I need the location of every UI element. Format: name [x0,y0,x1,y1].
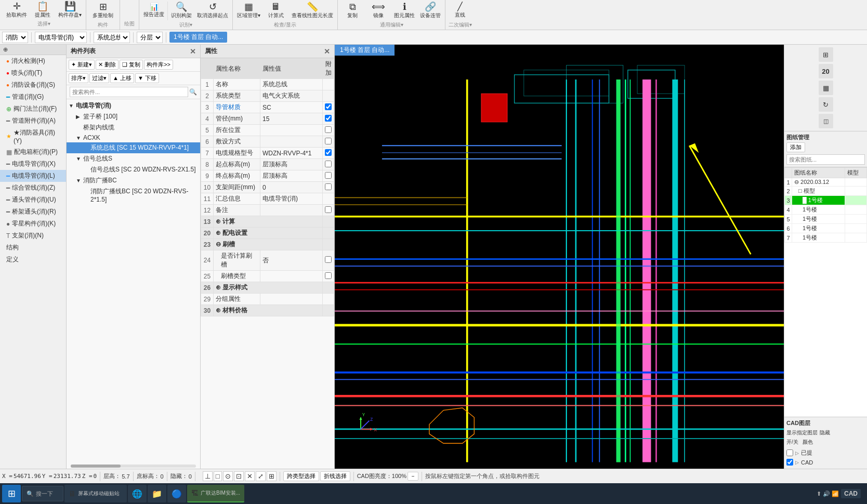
component-panel-close[interactable]: ✕ [190,47,196,56]
snap-icon-4[interactable]: ⊡ [234,471,244,481]
drawing-options-icon[interactable]: ▦ [819,81,833,95]
sidebar-item-cable-conduit-l[interactable]: ━ 电缆导管(消)(L) [0,170,66,182]
tree-node-bridge-wiring[interactable]: 桥架内线缆 [67,122,200,133]
main-viewport[interactable]: 1号楼 首层 自动... [335,45,784,469]
pick-component-button[interactable]: ✛ 拾取构件 [4,1,29,20]
copy-component-button[interactable]: ❑ 复制 [120,60,143,70]
drawing-row-1[interactable]: 1 ⊖ 2020.03.12 [785,178,867,187]
common-edit-section-label[interactable]: 通用编辑▾ [380,22,403,28]
check-6[interactable] [325,138,332,144]
layer-check-cad[interactable] [786,459,793,466]
sidebar-item-support[interactable]: T 支架(消)(N) [0,230,66,242]
tree-node-signal-bus-group[interactable]: ▼ 信号总线S [67,153,200,164]
snap-icon-3[interactable]: ⊙ [223,471,233,481]
tree-node-cable-conduit[interactable]: ▼ 电缆导管(消) [67,100,200,111]
system-select[interactable]: 电缆导管(消) [35,32,87,43]
taskbar-item-app[interactable]: 🔵 [167,485,186,502]
tree-expand-basket[interactable]: ▶ [76,114,83,120]
sidebar-item-head[interactable]: ● 喷头(消)(T) [0,67,66,79]
type-select[interactable]: 系统总线 [94,32,130,43]
cancel-select-button[interactable]: ↺ 取消选择起点 [195,1,230,20]
check-9[interactable] [325,172,332,179]
check-8[interactable] [325,161,332,167]
sidebar-item-comprehensive[interactable]: ━ 综合管线(消)(Z) [0,182,66,194]
check-7[interactable] [325,149,332,156]
snap-icon-7[interactable]: ⊞ [267,471,277,481]
drawing-row-2[interactable]: 2 □ 模型 [785,187,867,196]
drawing-row-3[interactable]: 3 █ 1号楼 [785,196,867,205]
add-drawing-button[interactable]: 添加 [786,142,805,152]
select-section-label[interactable]: 选择▾ [37,21,50,26]
element-property-button[interactable]: ℹ 图元属性 [392,1,417,20]
sidebar-item-fire-equip[interactable]: ★ ★消防器具(消)(Y) [0,127,66,146]
sidebar-item-structure[interactable]: 结构 [0,242,66,254]
floor-tab[interactable]: 1号楼 首层 自动... [169,32,227,43]
mirror-button[interactable]: ⟺ 镜像 [366,1,391,20]
search-icon[interactable]: 🔍 [189,88,197,96]
tree-node-broadcast-group[interactable]: ▼ 消防广播BC [67,175,200,186]
identify-bridge-button[interactable]: 🔍 识别构架 [169,1,194,20]
area-manage-button[interactable]: ▦ 区域管理▾ [235,1,262,20]
tree-expand-acxk[interactable]: ▼ [76,135,83,141]
multi-draw-button[interactable]: ⊞ 多重绘制 [90,1,115,20]
device-connect-button[interactable]: 🔗 设备连管 [418,1,443,20]
filter-button[interactable]: 过滤▾ [89,73,109,83]
move-up-button[interactable]: ▲ 上移 [110,73,134,83]
sidebar-item-fire-device[interactable]: ● 消防设备(消)(S) [0,79,66,91]
drawing-row-7[interactable]: 7 1号楼 [785,233,867,243]
tree-node-basket[interactable]: ▶ 篮子桥 [100] [67,111,200,122]
sidebar-item-definition[interactable]: 定义 [0,254,66,266]
start-button[interactable]: ⊞ [2,485,21,502]
direct-line-button[interactable]: ╱ 直线 [448,2,472,20]
taskbar-item-folder[interactable]: 📁 [148,485,166,502]
taskbar-item-ie[interactable]: 🌐 [128,485,147,502]
check-24[interactable] [325,256,332,263]
sidebar-item-bridge-head[interactable]: ━ 桥架通头(消)(R) [0,206,66,218]
check-10[interactable] [325,183,332,190]
tree-expand-cable[interactable]: ▼ [69,103,76,109]
sidebar-item-pipe-fitting[interactable]: ━ 管道附件(消)(A) [0,115,66,127]
drawing-row-5[interactable]: 5 1号楼 [785,215,867,224]
sidebar-item-distribution-box[interactable]: ▦ 配电箱柜(消)(P) [0,146,66,158]
layer-check-extracted[interactable] [786,449,793,456]
identify-section-label[interactable]: 识别▾ [179,22,192,28]
sidebar-item-pipe[interactable]: ━ 管道(消)(G) [0,91,66,103]
drawing-row-6[interactable]: 6 1号楼 [785,224,867,233]
taskbar-item-glodon[interactable]: 🏗 广联达BIM安装... [187,485,244,502]
tree-node-system-bus[interactable]: 系统总线 [SC 15 WDZN-RVVP-4*1] [67,142,200,153]
cad-drawing[interactable]: X Y Z [335,45,784,469]
taskbar-search[interactable]: 🔍 搜一下 [22,486,63,501]
sidebar-item-cable-conduit-x[interactable]: ━ 电缆导管(消)(X) [0,158,66,170]
component-search-input[interactable] [70,87,188,97]
snap-icon-6[interactable]: ⤢ [256,471,266,481]
report-progress-button[interactable]: 📊 报告进度 [141,2,166,19]
rotate-icon[interactable]: ↻ [819,97,833,112]
move-down-button[interactable]: ▼ 下移 [135,73,159,83]
extract-property-button[interactable]: 📋 提属性 [30,1,55,20]
filter-select[interactable]: 消防 [2,32,28,43]
snap-icon-2[interactable]: □ [214,471,222,481]
copy-button[interactable]: ⧉ 复制 [340,1,365,20]
check-4[interactable] [325,115,332,122]
taskbar-item-browser[interactable]: 🖥 屏幕式移动磁贴站 [64,485,127,502]
zoom-fit-icon[interactable]: ⊞ [819,47,833,62]
check-12[interactable] [325,206,332,213]
component-storage-button[interactable]: 💾 构件存盘▾ [56,1,84,20]
cad-opacity-minus[interactable]: － [408,472,418,481]
check-5[interactable] [325,126,332,133]
tree-expand-broadcast[interactable]: ▼ [76,178,83,183]
tree-node-signal-bus[interactable]: 信号总线S [SC 20 WDZN-RVS-2X1.5] [67,164,200,175]
check-3[interactable] [325,103,332,110]
floor-select[interactable]: 分层1 [137,32,163,43]
tree-node-acxk[interactable]: ▼ ACXK [67,133,200,142]
secondary-edit-label[interactable]: 二次编辑▾ [449,22,472,28]
sort-button[interactable]: 排序▾ [69,73,88,83]
fold-select-button[interactable]: 折线选择 [320,471,350,481]
tree-node-broadcast-line[interactable]: 消防广播线BC [SC 20 WDZN-RVS-2*1.5] [67,186,200,204]
cross-select-button[interactable]: 跨类型选择 [283,471,319,481]
snap-icon-5[interactable]: ✕ [245,471,255,481]
sidebar-expand-icon[interactable]: ⊕ [3,46,8,53]
check-25[interactable] [325,272,332,279]
check-line-button[interactable]: 📏 查看线性图元长度 [290,1,335,20]
properties-panel-close[interactable]: ✕ [324,47,330,56]
